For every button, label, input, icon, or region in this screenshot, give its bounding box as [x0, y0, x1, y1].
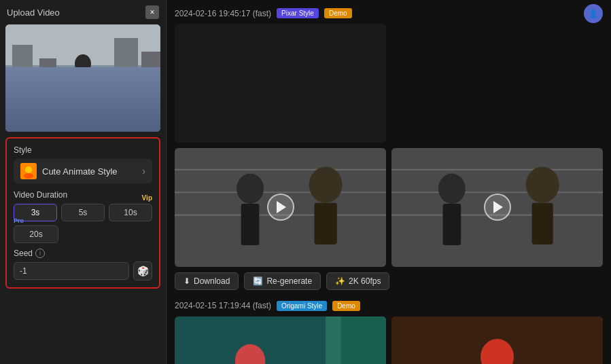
orange-scene: [391, 316, 603, 364]
regenerate-icon: 🔄: [253, 276, 263, 286]
svg-rect-4: [114, 38, 138, 132]
demo-badge-2: Demo: [332, 301, 360, 311]
quality-label: 2K 60fps: [349, 276, 381, 286]
video-preview: [5, 24, 160, 132]
video-grid-1: [175, 24, 603, 267]
seed-label-row: Seed i: [14, 249, 152, 258]
svg-point-31: [526, 166, 559, 202]
svg-rect-1: [5, 65, 160, 132]
origami-style-badge: Origami Style: [277, 301, 327, 311]
download-label: Download: [194, 276, 230, 286]
left-panel: Upload Video ×: [0, 0, 167, 364]
close-icon: ×: [150, 7, 154, 17]
svg-point-7: [75, 54, 91, 73]
download-icon: ⬇: [184, 276, 190, 286]
chevron-right-icon: ›: [142, 166, 145, 177]
demo-badge-1: Demo: [324, 8, 352, 18]
svg-rect-32: [532, 203, 553, 244]
result-timestamp-1: 2024-02-16 19:45:17 (fast): [175, 9, 271, 18]
vip-badge: Vip: [142, 194, 152, 202]
svg-rect-6: [5, 113, 160, 132]
settings-section: Style Cute Animate Style › Video Duratio…: [5, 137, 160, 289]
play-button-2[interactable]: [484, 194, 511, 221]
result-header-1: 2024-02-16 19:45:17 (fast) Pixar Style D…: [175, 8, 603, 18]
svg-rect-9: [78, 73, 88, 94]
result2-grid: [175, 316, 603, 364]
regenerate-label: Re-generate: [266, 276, 312, 286]
video-card-scene-left[interactable]: [175, 148, 386, 267]
svg-rect-3: [39, 58, 56, 132]
close-button[interactable]: ×: [145, 5, 159, 19]
play-button-1[interactable]: [267, 194, 294, 221]
upload-header: Upload Video ×: [0, 0, 166, 24]
seed-section: Seed i 🎲: [14, 249, 152, 280]
seed-info-icon: i: [35, 249, 45, 258]
video-card-empty[interactable]: [175, 24, 386, 143]
download-button[interactable]: ⬇ Download: [175, 272, 239, 290]
result-group-1: 2024-02-16 19:45:17 (fast) Pixar Style D…: [175, 8, 603, 290]
seed-input[interactable]: [14, 262, 129, 280]
svg-point-13: [25, 166, 32, 173]
duration-row2-wrapper: Pro 20s: [14, 225, 152, 243]
svg-line-10: [77, 94, 83, 113]
svg-rect-5: [141, 52, 160, 132]
style-label: Style: [14, 145, 152, 155]
pixar-style-badge: Pixar Style: [277, 8, 319, 18]
duration-10s-button[interactable]: 10s: [109, 204, 152, 221]
pro-badge: Pro: [14, 217, 24, 224]
duration-5s-button[interactable]: 5s: [61, 204, 105, 221]
upload-title: Upload Video: [7, 7, 60, 18]
video-card-empty-2[interactable]: [391, 24, 603, 143]
action-bar: ⬇ Download 🔄 Re-generate ✨ 2K 60fps: [175, 272, 603, 290]
video-card-orange[interactable]: [391, 316, 603, 364]
seed-label: Seed: [14, 249, 33, 258]
result-timestamp-2: 2024-02-15 17:19:44 (fast): [175, 301, 271, 310]
preview-scene: [5, 24, 160, 132]
svg-point-14: [24, 173, 33, 179]
result-header-2: 2024-02-15 17:19:44 (fast) Origami Style…: [175, 301, 603, 311]
right-panel: 👤 2024-02-16 19:45:17 (fast) Pixar Style…: [167, 0, 611, 364]
duration-row1: Vip 3s 5s 10s: [14, 204, 152, 221]
svg-point-20: [237, 173, 264, 203]
play-icon-1: [277, 201, 286, 213]
teal-scene: [175, 316, 386, 364]
seed-input-row: 🎲: [14, 261, 152, 280]
style-selector[interactable]: Cute Animate Style ›: [14, 159, 152, 183]
duration-20s-button[interactable]: 20s: [14, 225, 58, 243]
style-name: Cute Animate Style: [42, 166, 118, 177]
duration-row2: 20s: [14, 225, 152, 243]
svg-rect-2: [12, 45, 33, 132]
svg-rect-23: [314, 203, 336, 244]
play-icon-2: [493, 201, 503, 213]
video-card-teal[interactable]: [175, 316, 386, 364]
svg-point-22: [309, 166, 343, 202]
svg-rect-21: [241, 204, 260, 245]
quality-button[interactable]: ✨ 2K 60fps: [326, 272, 389, 290]
svg-rect-30: [443, 204, 461, 245]
style-selector-left: Cute Animate Style: [20, 163, 118, 179]
quality-icon: ✨: [335, 276, 345, 286]
user-avatar[interactable]: 👤: [584, 4, 603, 23]
regenerate-button[interactable]: 🔄 Re-generate: [244, 272, 321, 290]
svg-line-11: [83, 94, 89, 113]
video-card-scene-right[interactable]: [391, 148, 603, 267]
style-thumbnail: [20, 163, 37, 179]
svg-point-29: [438, 173, 466, 203]
svg-rect-35: [341, 316, 386, 364]
dice-button[interactable]: 🎲: [133, 261, 152, 280]
duration-label: Video Duration: [14, 190, 152, 200]
dice-icon: 🎲: [137, 266, 149, 276]
preview-svg: [5, 24, 160, 132]
result-group-2: 2024-02-15 17:19:44 (fast) Origami Style…: [175, 301, 603, 364]
